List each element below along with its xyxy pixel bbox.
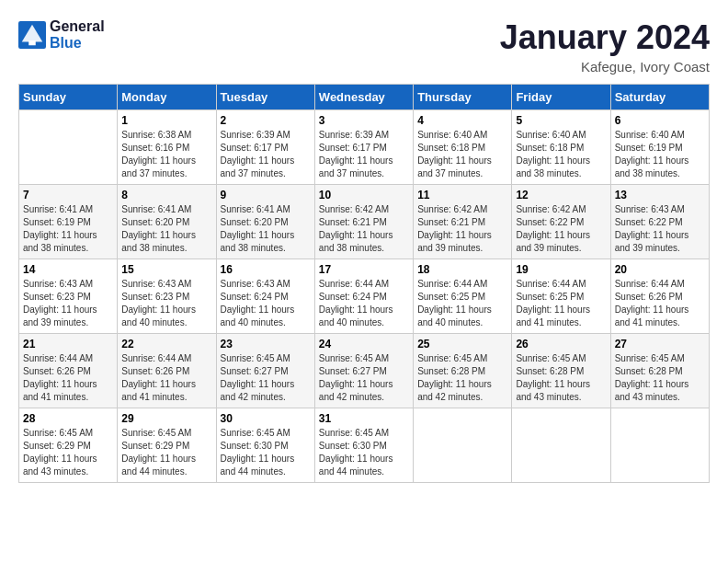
logo: General Blue [18,18,105,52]
calendar-cell: 20Sunrise: 6:44 AMSunset: 6:26 PMDayligh… [610,259,709,334]
weekday-header: Thursday [414,85,512,110]
calendar-cell: 25Sunrise: 6:45 AMSunset: 6:28 PMDayligh… [414,334,512,408]
page-header: General Blue January 2024 Kafegue, Ivory… [18,18,710,75]
cell-info: Sunrise: 6:41 AMSunset: 6:20 PMDaylight:… [221,203,311,255]
calendar-cell: 3Sunrise: 6:39 AMSunset: 6:17 PMDaylight… [314,110,413,185]
calendar-header-row: SundayMondayTuesdayWednesdayThursdayFrid… [19,85,710,110]
day-number: 16 [221,263,311,276]
calendar-cell: 29Sunrise: 6:45 AMSunset: 6:29 PMDayligh… [118,408,216,483]
day-number: 15 [121,263,211,276]
location: Kafegue, Ivory Coast [500,59,710,75]
calendar-cell: 9Sunrise: 6:41 AMSunset: 6:20 PMDaylight… [216,185,314,259]
cell-info: Sunrise: 6:44 AMSunset: 6:26 PMDaylight:… [615,278,705,329]
day-number: 6 [615,114,705,127]
calendar-cell: 24Sunrise: 6:45 AMSunset: 6:27 PMDayligh… [314,334,413,408]
day-number: 10 [319,189,409,201]
logo-icon [18,21,46,49]
calendar-cell: 13Sunrise: 6:43 AMSunset: 6:22 PMDayligh… [610,185,709,259]
cell-info: Sunrise: 6:45 AMSunset: 6:30 PMDaylight:… [221,427,311,478]
calendar-week-row: 1Sunrise: 6:38 AMSunset: 6:16 PMDaylight… [19,110,710,185]
cell-info: Sunrise: 6:43 AMSunset: 6:24 PMDaylight:… [221,278,311,329]
day-number: 20 [615,263,705,276]
calendar-table: SundayMondayTuesdayWednesdayThursdayFrid… [18,84,710,483]
cell-info: Sunrise: 6:45 AMSunset: 6:27 PMDaylight:… [319,352,409,404]
day-number: 30 [221,412,311,425]
calendar-body: 1Sunrise: 6:38 AMSunset: 6:16 PMDaylight… [19,110,710,483]
cell-info: Sunrise: 6:44 AMSunset: 6:25 PMDaylight:… [417,278,507,329]
day-number: 7 [23,189,113,201]
calendar-cell: 14Sunrise: 6:43 AMSunset: 6:23 PMDayligh… [19,259,118,334]
calendar-cell: 6Sunrise: 6:40 AMSunset: 6:19 PMDaylight… [610,110,709,185]
cell-info: Sunrise: 6:43 AMSunset: 6:22 PMDaylight:… [615,203,705,255]
cell-info: Sunrise: 6:44 AMSunset: 6:24 PMDaylight:… [319,278,409,329]
day-number: 4 [417,114,507,127]
day-number: 23 [221,338,311,350]
day-number: 31 [319,412,409,425]
weekday-header: Wednesday [314,85,413,110]
cell-info: Sunrise: 6:44 AMSunset: 6:26 PMDaylight:… [23,352,113,404]
calendar-cell: 10Sunrise: 6:42 AMSunset: 6:21 PMDayligh… [314,185,413,259]
calendar-cell: 11Sunrise: 6:42 AMSunset: 6:21 PMDayligh… [414,185,512,259]
cell-info: Sunrise: 6:45 AMSunset: 6:29 PMDaylight:… [23,427,113,478]
day-number: 2 [221,114,311,127]
cell-info: Sunrise: 6:45 AMSunset: 6:30 PMDaylight:… [319,427,409,478]
day-number: 28 [23,412,113,425]
calendar-cell: 21Sunrise: 6:44 AMSunset: 6:26 PMDayligh… [19,334,118,408]
cell-info: Sunrise: 6:39 AMSunset: 6:17 PMDaylight:… [319,129,409,180]
month-title: January 2024 [500,18,710,57]
weekday-header: Monday [118,85,216,110]
calendar-cell: 1Sunrise: 6:38 AMSunset: 6:16 PMDaylight… [118,110,216,185]
calendar-cell: 2Sunrise: 6:39 AMSunset: 6:17 PMDaylight… [216,110,314,185]
cell-info: Sunrise: 6:43 AMSunset: 6:23 PMDaylight:… [121,278,211,329]
cell-info: Sunrise: 6:44 AMSunset: 6:26 PMDaylight:… [121,352,211,404]
cell-info: Sunrise: 6:40 AMSunset: 6:18 PMDaylight:… [516,129,606,180]
day-number: 24 [319,338,409,350]
calendar-cell: 19Sunrise: 6:44 AMSunset: 6:25 PMDayligh… [512,259,610,334]
cell-info: Sunrise: 6:45 AMSunset: 6:28 PMDaylight:… [615,352,705,404]
logo-text: General Blue [50,18,105,52]
cell-info: Sunrise: 6:42 AMSunset: 6:21 PMDaylight:… [319,203,409,255]
day-number: 1 [121,114,211,127]
day-number: 26 [516,338,606,350]
cell-info: Sunrise: 6:38 AMSunset: 6:16 PMDaylight:… [121,129,211,180]
calendar-week-row: 7Sunrise: 6:41 AMSunset: 6:19 PMDaylight… [19,185,710,259]
cell-info: Sunrise: 6:41 AMSunset: 6:20 PMDaylight:… [121,203,211,255]
cell-info: Sunrise: 6:45 AMSunset: 6:28 PMDaylight:… [516,352,606,404]
calendar-cell [414,408,512,483]
calendar-cell: 12Sunrise: 6:42 AMSunset: 6:22 PMDayligh… [512,185,610,259]
day-number: 8 [121,189,211,201]
calendar-week-row: 14Sunrise: 6:43 AMSunset: 6:23 PMDayligh… [19,259,710,334]
calendar-cell [610,408,709,483]
day-number: 3 [319,114,409,127]
day-number: 17 [319,263,409,276]
calendar-cell: 23Sunrise: 6:45 AMSunset: 6:27 PMDayligh… [216,334,314,408]
cell-info: Sunrise: 6:45 AMSunset: 6:29 PMDaylight:… [121,427,211,478]
calendar-cell: 26Sunrise: 6:45 AMSunset: 6:28 PMDayligh… [512,334,610,408]
calendar-cell: 18Sunrise: 6:44 AMSunset: 6:25 PMDayligh… [414,259,512,334]
weekday-header: Saturday [610,85,709,110]
cell-info: Sunrise: 6:40 AMSunset: 6:18 PMDaylight:… [417,129,507,180]
cell-info: Sunrise: 6:39 AMSunset: 6:17 PMDaylight:… [221,129,311,180]
cell-info: Sunrise: 6:44 AMSunset: 6:25 PMDaylight:… [516,278,606,329]
day-number: 9 [221,189,311,201]
calendar-cell: 15Sunrise: 6:43 AMSunset: 6:23 PMDayligh… [118,259,216,334]
title-block: January 2024 Kafegue, Ivory Coast [500,18,710,75]
cell-info: Sunrise: 6:40 AMSunset: 6:19 PMDaylight:… [615,129,705,180]
calendar-week-row: 21Sunrise: 6:44 AMSunset: 6:26 PMDayligh… [19,334,710,408]
calendar-cell: 28Sunrise: 6:45 AMSunset: 6:29 PMDayligh… [19,408,118,483]
day-number: 29 [121,412,211,425]
calendar-cell: 31Sunrise: 6:45 AMSunset: 6:30 PMDayligh… [314,408,413,483]
calendar-week-row: 28Sunrise: 6:45 AMSunset: 6:29 PMDayligh… [19,408,710,483]
weekday-header: Tuesday [216,85,314,110]
calendar-cell [512,408,610,483]
day-number: 18 [417,263,507,276]
day-number: 25 [417,338,507,350]
cell-info: Sunrise: 6:45 AMSunset: 6:27 PMDaylight:… [221,352,311,404]
calendar-cell: 5Sunrise: 6:40 AMSunset: 6:18 PMDaylight… [512,110,610,185]
cell-info: Sunrise: 6:42 AMSunset: 6:22 PMDaylight:… [516,203,606,255]
day-number: 22 [121,338,211,350]
calendar-cell: 30Sunrise: 6:45 AMSunset: 6:30 PMDayligh… [216,408,314,483]
calendar-cell: 27Sunrise: 6:45 AMSunset: 6:28 PMDayligh… [610,334,709,408]
calendar-cell: 7Sunrise: 6:41 AMSunset: 6:19 PMDaylight… [19,185,118,259]
day-number: 27 [615,338,705,350]
